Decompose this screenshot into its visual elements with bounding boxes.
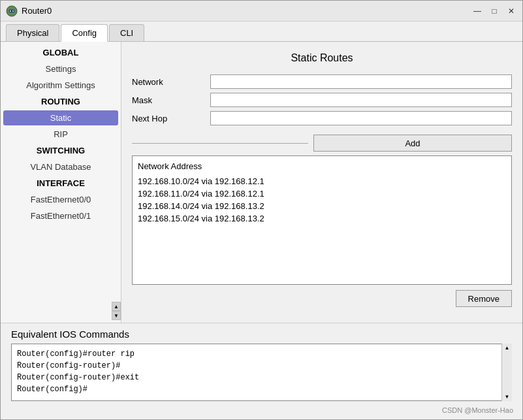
console-line-3: Router(config)# [17,383,498,395]
console-line-2: Router(config-router)#exit [17,372,498,383]
console-scroll-up[interactable]: ▲ [505,345,510,351]
close-button[interactable]: ✕ [505,5,517,17]
table-row[interactable]: 192.168.14.0/24 via 192.168.13.2 [138,200,506,212]
tab-config[interactable]: Config [61,24,108,42]
bottom-section: Equivalent IOS Commands Router(config)#r… [1,323,522,406]
network-row: Network [132,74,512,89]
divider-add-row: Add [132,135,512,152]
app-icon [6,5,18,17]
nexthop-input[interactable] [210,111,512,125]
table-row[interactable]: 192.168.10.0/24 via 192.168.12.1 [138,175,506,187]
divider-line [132,143,308,144]
tab-bar: Physical Config CLI [1,22,522,42]
sidebar-item-static[interactable]: Static [3,110,118,125]
sidebar: GLOBAL Settings Algorithm Settings ROUTI… [1,42,121,323]
tab-cli[interactable]: CLI [109,24,144,41]
console-scroll-down[interactable]: ▼ [505,394,510,400]
remove-button[interactable]: Remove [456,290,512,307]
main-content: GLOBAL Settings Algorithm Settings ROUTI… [1,42,522,323]
section-title: Static Routes [132,52,512,64]
sidebar-section-interface: INTERFACE [1,175,121,191]
mask-row: Mask [132,93,512,107]
sidebar-item-rip[interactable]: RIP [3,127,118,142]
sidebar-item-fastethernet0-0[interactable]: FastEthernet0/0 [3,192,118,207]
restore-button[interactable]: □ [488,5,500,17]
main-window: Router0 — □ ✕ Physical Config CLI GLOBAL… [0,0,523,420]
add-button[interactable]: Add [313,135,512,152]
table-row[interactable]: 192.168.11.0/24 via 192.168.12.1 [138,187,506,200]
mask-input[interactable] [210,93,512,107]
title-bar: Router0 — □ ✕ [1,1,522,22]
minimize-button[interactable]: — [471,5,483,17]
network-address-table: Network Address 192.168.10.0/24 via 192.… [132,155,512,285]
nexthop-label: Next Hop [132,114,210,123]
table-header: Network Address [138,161,506,171]
svg-point-2 [10,10,11,12]
console-scrollbar[interactable]: ▲ ▼ [501,344,512,401]
sidebar-scroll-up-btn[interactable]: ▲ [112,302,121,311]
network-label: Network [132,77,210,87]
svg-point-3 [12,10,14,12]
tab-physical[interactable]: Physical [6,24,59,41]
console-line-0: Router(config)#router rip [17,348,498,360]
sidebar-section-global: GLOBAL [1,44,121,61]
watermark-bar: CSDN @Monster-Hao [1,406,522,419]
nexthop-row: Next Hop [132,111,512,125]
sidebar-item-vlan-database[interactable]: VLAN Database [3,159,118,174]
console-line-1: Router(config-router)# [17,360,498,372]
sidebar-section-switching: SWITCHING [1,142,121,159]
window-controls: — □ ✕ [471,5,517,17]
remove-btn-row: Remove [132,290,512,307]
sidebar-scroll-down-btn[interactable]: ▼ [112,311,121,320]
sidebar-section-routing: ROUTING [1,93,121,110]
table-row[interactable]: 192.168.15.0/24 via 192.168.13.2 [138,212,506,225]
console-container: Router(config)#router rip Router(config-… [11,344,512,401]
watermark: CSDN @Monster-Hao [442,406,513,414]
right-panel: Static Routes Network Mask Next Hop [121,42,522,323]
network-input[interactable] [210,74,512,89]
sidebar-item-settings[interactable]: Settings [3,61,118,76]
sidebar-item-algorithm-settings[interactable]: Algorithm Settings [3,78,118,93]
static-routes-form: Network Mask Next Hop [132,74,512,125]
ios-console[interactable]: Router(config)#router rip Router(config-… [11,344,512,401]
ios-commands-title: Equivalent IOS Commands [11,329,512,340]
sidebar-item-fastethernet0-1[interactable]: FastEthernet0/1 [3,208,118,223]
window-title: Router0 [22,6,471,16]
mask-label: Mask [132,95,210,105]
